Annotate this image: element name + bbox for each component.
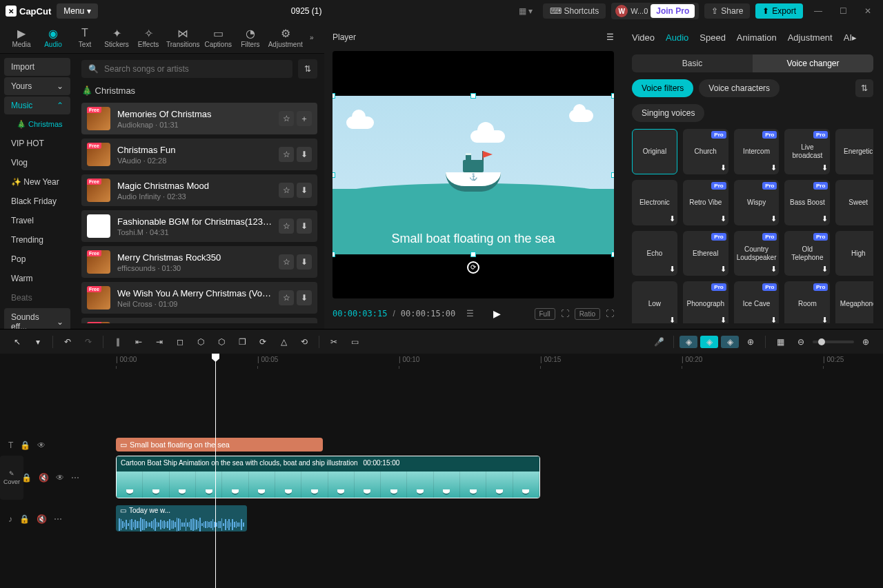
layout-icon[interactable]: ▦ ▾ [515,6,537,16]
favorite-button[interactable]: ☆ [279,147,294,162]
sidebar-christmas[interactable]: 🎄 Christmas [4,116,70,133]
audio-clip[interactable]: ▭Today we w... [116,505,247,531]
select-dropdown[interactable]: ▾ [29,333,47,351]
download-icon[interactable]: ⬇ [771,163,777,172]
sidebar-vip-hot[interactable]: VIP HOT [4,134,70,152]
refresh-tool[interactable]: ⟲ [295,333,313,351]
sub-tab-basic[interactable]: Basic [632,54,753,72]
download-button[interactable]: ⬇ [297,219,312,234]
voice-filter-item[interactable]: Pro Wispy ⬇ [734,180,780,225]
voice-filter-item[interactable]: Original [632,129,677,174]
tab-text[interactable]: TText [69,24,101,51]
playhead[interactable] [215,354,216,588]
lock-icon[interactable]: 🔒 [20,440,30,450]
prop-tab-video[interactable]: Video [632,32,655,43]
voice-filter-item[interactable]: Pro Intercom ⬇ [734,129,780,174]
tab-effects[interactable]: ✧Effects [132,24,164,51]
close-button[interactable]: ✕ [858,1,877,21]
download-icon[interactable]: ⬇ [720,163,726,172]
voice-filter-item[interactable]: Pro Church ⬇ [683,129,728,174]
rotate-handle[interactable]: ⟳ [467,261,479,274]
song-item[interactable]: Free Memories Of Christmas Audioknap · 0… [81,103,317,134]
trim-left-tool[interactable]: ⇤ [130,333,148,351]
link-tool[interactable]: ⊕ [742,333,760,351]
snap-toggle-3[interactable]: ◈ [721,336,739,348]
voice-filter-item[interactable]: Megaphone ⬇ [835,281,873,323]
import-button[interactable]: Import [4,58,70,76]
download-button[interactable]: ⬇ [297,147,312,162]
voice-filter-item[interactable]: Pro Room ⬇ [784,281,830,323]
sidebar-travel[interactable]: Travel [4,212,70,230]
voice-filter-item[interactable]: Low ⬇ [632,281,677,323]
voice-filter-item[interactable]: Sweet ⬇ [835,180,873,225]
voice-filter-item[interactable]: Echo ⬇ [632,231,677,276]
select-tool[interactable]: ↖ [8,333,26,351]
music-button[interactable]: Music⌃ [4,97,70,114]
download-icon[interactable]: ⬇ [669,316,675,323]
voice-filter-item[interactable]: Pro Ice Cave ⬇ [734,281,780,323]
prop-tab-adjustment[interactable]: Adjustment [788,32,833,43]
download-icon[interactable]: ⬇ [669,214,675,223]
voice-filter-item[interactable]: Pro Country Loudspeaker ⬇ [734,231,780,276]
crop-tool[interactable]: ◻ [171,333,189,351]
download-icon[interactable]: ⬇ [873,163,873,172]
voice-filter-item[interactable]: Pro Ethereal ⬇ [683,231,728,276]
mirror-tool[interactable]: △ [275,333,292,351]
download-icon[interactable]: ⬇ [720,214,726,223]
download-icon[interactable]: ⬇ [771,265,777,274]
timeline-ruler[interactable]: | 00:00 | 00:05 | 00:10 | 00:15 | 00:20 … [88,354,883,369]
favorite-button[interactable]: ☆ [279,290,294,305]
voice-filter-item[interactable]: Energetic ⬇ [835,129,873,174]
prop-tab-audio[interactable]: Audio [666,32,688,43]
voice-filter-item[interactable]: Pro Phonograph ⬇ [683,281,728,323]
crop2-tool[interactable]: ✂ [325,333,343,351]
zoom-out-button[interactable]: ⊖ [792,333,810,351]
prop-tab-animation[interactable]: Animation [737,32,777,43]
user-badge[interactable]: W W...0 Join Pro [611,3,699,19]
lock-icon[interactable]: 🔒 [19,514,30,524]
mute-icon[interactable]: 🔇 [39,473,49,483]
eye-icon[interactable]: 👁 [56,473,64,483]
player-menu-icon[interactable]: ☰ [606,32,614,42]
marker-tool[interactable]: ⬡ [192,333,210,351]
rotate-tool[interactable]: ⟳ [254,333,272,351]
download-icon[interactable]: ⬇ [873,265,873,274]
more-icon[interactable]: ⋯ [71,473,79,483]
export-button[interactable]: ⬆ Export [755,3,803,19]
search-input[interactable]: 🔍 Search songs or artists [81,60,292,78]
favorite-button[interactable]: ☆ [279,254,294,270]
download-icon[interactable]: ⬇ [822,316,828,323]
maximize-button[interactable]: ☐ [833,1,853,21]
song-item[interactable]: Free We Wish You A Merry Christmas (Voca… [81,282,317,314]
snap-toggle-2[interactable]: ◈ [700,336,718,348]
video-clip[interactable]: Cartoon Boat Ship Animation on the sea w… [116,456,540,498]
zoom-in-button[interactable]: ⊕ [857,333,875,351]
tab-more[interactable]: » [305,31,319,44]
zoom-slider[interactable] [813,341,854,343]
download-icon[interactable]: ⬇ [720,316,726,323]
voice-filter-item[interactable]: Pro Old Telephone ⬇ [784,231,830,276]
snap-toggle-1[interactable]: ◈ [679,336,697,348]
sidebar-warm[interactable]: Warm [4,270,70,287]
full-button[interactable]: Full [535,308,555,320]
more-icon[interactable]: ⋯ [54,514,62,524]
copy-tool[interactable]: ❐ [233,333,251,351]
mute-icon[interactable]: 🔇 [37,514,47,524]
track-opts[interactable]: ▦ [771,333,789,351]
play-button[interactable]: ▶ [493,308,501,319]
favorite-button[interactable]: ☆ [279,219,294,234]
tab-audio[interactable]: ◉Audio [37,24,69,51]
shield-tool[interactable]: ⬡ [212,333,230,351]
download-button[interactable]: ⬇ [297,183,312,198]
undo-button[interactable]: ↶ [59,333,77,351]
trim-right-tool[interactable]: ⇥ [150,333,168,351]
preview-canvas[interactable]: ⚓ Small boat floating on the sea ⟳ [333,96,614,254]
tab-transitions[interactable]: ⋈Transitions [164,24,202,51]
download-icon[interactable]: ⬇ [771,214,777,223]
voice-filter-item[interactable]: Electronic ⬇ [632,180,677,225]
prop-tab-ai[interactable]: AI▸ [844,32,859,43]
yours-button[interactable]: Yours⌄ [4,77,70,95]
sidebar-vlog[interactable]: Vlog [4,154,70,172]
favorite-button[interactable]: ☆ [279,111,294,126]
sidebar-beats[interactable]: Beats [4,289,70,307]
